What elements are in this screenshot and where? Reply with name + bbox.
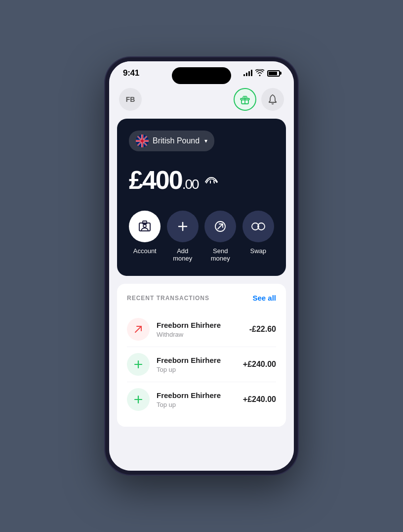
transaction-type: Withdraw xyxy=(157,331,242,338)
transaction-item[interactable]: Freeborn Ehirhere Top up +£240.00 xyxy=(127,382,276,417)
swap-label: Swap xyxy=(250,247,266,255)
balance-amount: £400.00 xyxy=(129,165,199,195)
transactions-section: RECENT TRANSACTIONS See all Freeborn Ehi… xyxy=(117,284,286,427)
wifi-icon xyxy=(255,69,264,78)
avatar[interactable]: FB xyxy=(119,88,142,111)
add-money-button[interactable]: Add money xyxy=(167,211,199,262)
transaction-item[interactable]: Freeborn Ehirhere Top up +£240.00 xyxy=(127,347,276,382)
transactions-header: RECENT TRANSACTIONS See all xyxy=(127,294,276,302)
transaction-details: Freeborn Ehirhere Top up xyxy=(157,391,236,408)
notifications-button[interactable] xyxy=(261,88,284,111)
transaction-type: Top up xyxy=(157,401,236,408)
phone-frame: 9:41 FB xyxy=(105,57,298,475)
signal-icon xyxy=(243,70,252,76)
topup-icon xyxy=(127,388,150,411)
header-actions xyxy=(234,88,284,111)
transaction-details: Freeborn Ehirhere Top up xyxy=(157,356,236,373)
status-icons xyxy=(243,69,280,78)
chevron-down-icon: ▾ xyxy=(204,137,207,144)
account-label: Account xyxy=(133,247,157,255)
see-all-button[interactable]: See all xyxy=(252,294,276,302)
svg-point-9 xyxy=(143,224,146,227)
svg-point-2 xyxy=(272,94,273,95)
action-buttons: Account Add money xyxy=(129,211,274,262)
svg-line-6 xyxy=(214,181,214,183)
hide-balance-button[interactable] xyxy=(204,174,218,186)
header: FB xyxy=(109,82,294,119)
account-button[interactable]: Account xyxy=(129,211,161,262)
account-icon-circle xyxy=(129,211,161,242)
app-content: FB xyxy=(109,82,294,467)
send-money-icon-circle xyxy=(204,211,236,242)
transaction-name: Freeborn Ehirhere xyxy=(157,356,236,364)
send-money-label: Send money xyxy=(204,247,237,262)
transaction-amount: +£240.00 xyxy=(243,395,276,404)
swap-icon-circle xyxy=(242,211,274,242)
battery-icon xyxy=(267,70,280,77)
transaction-type: Top up xyxy=(157,366,236,373)
status-time: 9:41 xyxy=(123,68,139,78)
send-money-button[interactable]: Send money xyxy=(204,211,237,262)
transaction-name: Freeborn Ehirhere xyxy=(157,321,242,329)
add-money-label: Add money xyxy=(167,247,199,262)
gift-button[interactable] xyxy=(234,88,256,111)
add-money-icon-circle xyxy=(167,211,199,242)
withdraw-icon xyxy=(127,318,150,341)
uk-flag-icon xyxy=(136,134,149,147)
transactions-title: RECENT TRANSACTIONS xyxy=(127,295,209,302)
transaction-name: Freeborn Ehirhere xyxy=(157,391,236,399)
currency-name: British Pound xyxy=(153,136,200,145)
swap-button[interactable]: Swap xyxy=(242,211,275,262)
transaction-amount: +£240.00 xyxy=(243,360,276,369)
transaction-amount: -£22.60 xyxy=(249,325,276,334)
currency-selector[interactable]: British Pound ▾ xyxy=(129,131,214,151)
balance-row: £400.00 xyxy=(129,165,274,195)
topup-icon xyxy=(127,353,150,376)
dynamic-island xyxy=(172,67,231,84)
transaction-item[interactable]: Freeborn Ehirhere Withdraw -£22.60 xyxy=(127,312,276,347)
wallet-card: British Pound ▾ £400.00 xyxy=(117,119,286,276)
transaction-details: Freeborn Ehirhere Withdraw xyxy=(157,321,242,338)
